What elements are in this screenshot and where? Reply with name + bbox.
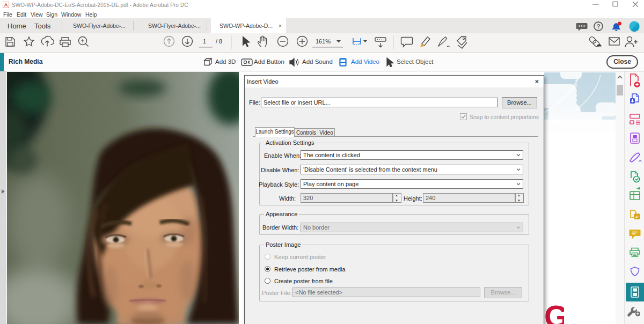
svg-text:?: ? — [597, 23, 601, 30]
svg-text:G: G — [545, 303, 564, 324]
